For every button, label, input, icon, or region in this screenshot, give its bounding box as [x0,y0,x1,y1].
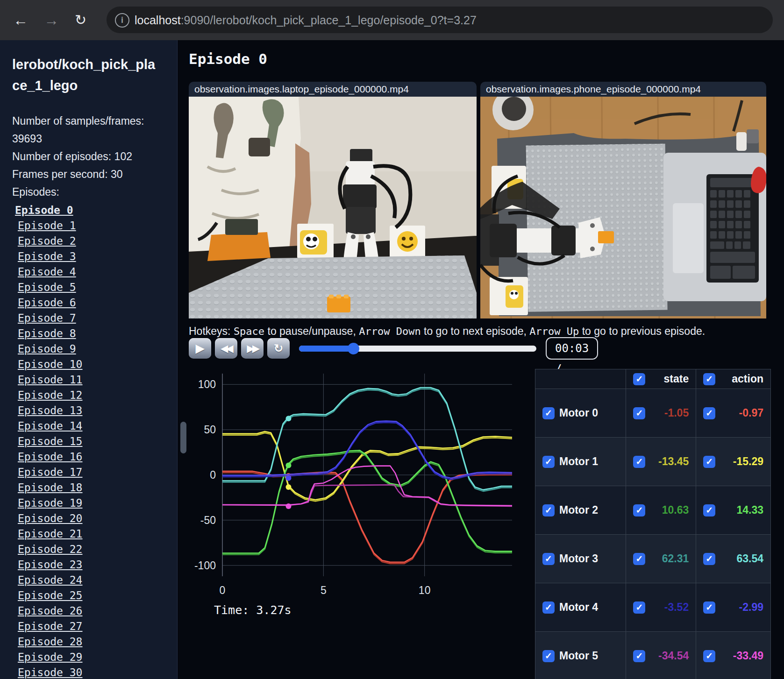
chart-time-label: Time: 3.27s [214,603,292,617]
motor-4-checkbox[interactable] [542,601,555,614]
motor-3-checkbox[interactable] [542,553,555,565]
sidebar-item-episode-26[interactable]: Episode 26 [18,603,166,619]
sidebar-item-episode-20[interactable]: Episode 20 [18,511,166,526]
sidebar-item-episode-21[interactable]: Episode 21 [18,526,166,542]
motor-3-action-checkbox[interactable] [703,553,715,565]
state-header-cell: state [626,369,696,389]
state-header-label: state [650,373,689,385]
address-bar[interactable]: i localhost:9090/lerobot/koch_pick_place… [107,7,773,33]
stat-samples: Number of samples/frames: 39693 [12,112,152,148]
sidebar-item-episode-4[interactable]: Episode 4 [18,264,166,280]
browser-toolbar: ← → ↻ i localhost:9090/lerobot/koch_pick… [0,0,784,40]
svg-text:50: 50 [204,424,216,436]
video-panel-phone[interactable]: observation.images.phone_episode_000000.… [480,82,766,318]
lerobot-dataset-visualizer: ← → ↻ i localhost:9090/lerobot/koch_pick… [0,0,784,679]
stat-episodes: Number of episodes: 102 [12,148,152,165]
motor-chart[interactable]: -100-500501000510 Time: 3.27s [181,367,516,629]
sidebar-item-episode-14[interactable]: Episode 14 [18,418,166,434]
motor-state-value: -3.52 [650,601,689,614]
motor-name: Motor 4 [559,601,598,614]
state-column-checkbox[interactable] [633,373,645,385]
sidebar-item-episode-24[interactable]: Episode 24 [18,573,166,588]
motor-2-checkbox[interactable] [542,504,555,516]
motor-2-state-checkbox[interactable] [633,504,645,516]
sidebar-item-episode-10[interactable]: Episode 10 [18,357,166,372]
chart-cursor-dot-motor-2 [285,462,291,468]
motor-1-action-checkbox[interactable] [703,456,715,468]
sidebar-item-episode-2[interactable]: Episode 2 [18,233,166,249]
sidebar-item-episode-18[interactable]: Episode 18 [18,480,166,495]
motor-0-action-checkbox[interactable] [703,407,715,419]
seek-slider-thumb[interactable] [348,343,359,354]
fast-forward-button[interactable]: ▶▶ [241,338,264,359]
chart-line-motor-5-state [222,485,512,506]
sidebar-item-episode-23[interactable]: Episode 23 [18,557,166,573]
loop-button[interactable]: ↻ [267,338,290,359]
svg-text:5: 5 [321,584,327,596]
motor-state-value: -13.45 [650,455,689,468]
sidebar-item-episode-1[interactable]: Episode 1 [18,218,166,233]
chart-cursor-dot-motor-3 [285,416,291,421]
sidebar-item-episode-0[interactable]: Episode 0 [15,203,166,218]
sidebar-item-episode-25[interactable]: Episode 25 [18,588,166,603]
motor-0-state-checkbox[interactable] [633,407,645,419]
reload-icon[interactable]: ↻ [75,10,86,30]
seek-slider[interactable] [299,346,536,352]
video-panel-laptop[interactable]: observation.images.laptop_episode_000000… [189,82,477,318]
episodes-label: Episodes: [12,183,152,201]
scrollbar-thumb[interactable] [180,422,186,453]
sidebar: lerobot/koch_pick_place_1_lego Number of… [0,40,178,679]
back-icon[interactable]: ← [13,10,28,30]
sidebar-item-episode-9[interactable]: Episode 9 [18,341,166,357]
motor-4-action-checkbox[interactable] [703,601,715,614]
motor-1-state-checkbox[interactable] [633,456,645,468]
svg-text:100: 100 [198,378,216,390]
sidebar-item-episode-6[interactable]: Episode 6 [18,295,166,311]
sidebar-item-episode-29[interactable]: Episode 29 [18,650,166,665]
sidebar-item-episode-27[interactable]: Episode 27 [18,619,166,634]
svg-text:0: 0 [210,469,216,481]
sidebar-item-episode-7[interactable]: Episode 7 [18,311,166,326]
dataset-title: lerobot/koch_pick_place_1_lego [12,54,157,96]
rewind-button[interactable]: ◀◀ [215,338,237,359]
table-row-motor-2: Motor 210.6314.33 [535,486,771,535]
motor-3-state-checkbox[interactable] [633,553,645,565]
sidebar-item-episode-8[interactable]: Episode 8 [18,326,166,341]
motor-state-value: -34.54 [650,650,689,662]
chart-svg: -100-500501000510 [181,367,516,601]
motor-4-state-checkbox[interactable] [633,601,645,614]
sidebar-item-episode-3[interactable]: Episode 3 [18,249,166,264]
stat-fps: Frames per second: 30 [12,165,152,183]
sidebar-item-episode-16[interactable]: Episode 16 [18,449,166,465]
motor-table: state action Motor 0-1.05-0.97Motor 1-13… [535,369,771,679]
sidebar-item-episode-19[interactable]: Episode 19 [18,495,166,511]
sidebar-item-episode-12[interactable]: Episode 12 [18,388,166,403]
motor-0-checkbox[interactable] [542,407,555,419]
sidebar-item-episode-30[interactable]: Episode 30 [18,665,166,679]
motor-1-checkbox[interactable] [542,456,555,468]
sidebar-item-episode-22[interactable]: Episode 22 [18,542,166,557]
table-row-motor-5: Motor 5-34.54-33.49 [535,632,771,679]
motor-action-value: -2.99 [720,601,763,614]
sidebar-item-episode-5[interactable]: Episode 5 [18,280,166,295]
motor-5-checkbox[interactable] [542,650,555,662]
sidebar-item-episode-15[interactable]: Episode 15 [18,434,166,449]
chart-line-motor-5-action [222,466,512,506]
sidebar-item-episode-13[interactable]: Episode 13 [18,403,166,418]
url-path: :9090/lerobot/koch_pick_place_1_lego/epi… [181,14,477,27]
chart-cursor-dot-motor-1 [285,484,291,490]
motor-2-action-checkbox[interactable] [703,504,715,516]
action-header-label: action [720,373,763,385]
action-column-checkbox[interactable] [703,373,715,385]
site-info-icon[interactable]: i [115,13,129,28]
forward-icon[interactable]: → [44,10,59,30]
sidebar-item-episode-28[interactable]: Episode 28 [18,634,166,650]
url-text[interactable]: localhost:9090/lerobot/koch_pick_place_1… [135,13,477,27]
svg-text:0: 0 [220,584,226,596]
sidebar-item-episode-17[interactable]: Episode 17 [18,465,166,480]
table-row-motor-1: Motor 1-13.45-15.29 [535,438,771,486]
sidebar-item-episode-11[interactable]: Episode 11 [18,372,166,388]
play-button[interactable]: ▶ [189,338,211,359]
motor-5-action-checkbox[interactable] [703,650,715,662]
motor-5-state-checkbox[interactable] [633,650,645,662]
